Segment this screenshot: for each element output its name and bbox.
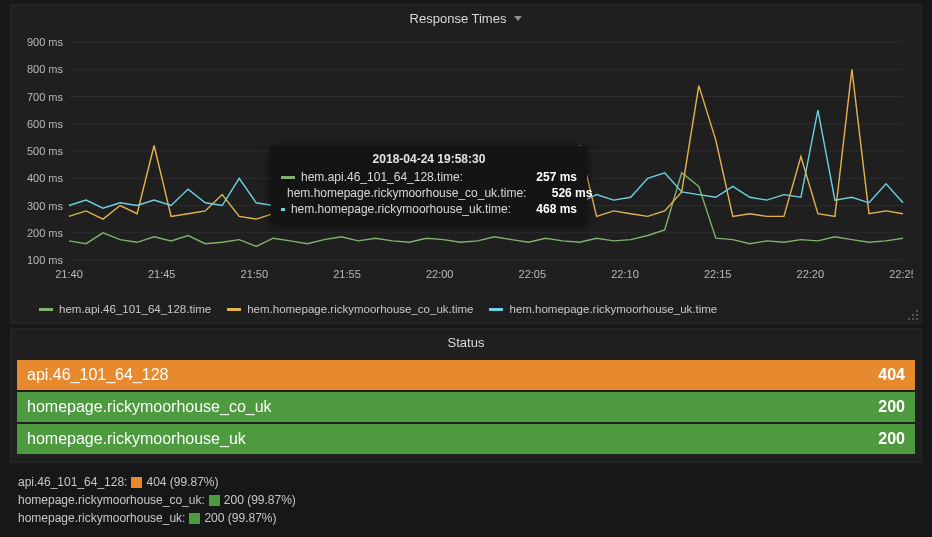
chart-legend: hem.api.46_101_64_128.time hem.homepage.… <box>11 297 921 323</box>
status-body: api.46_101_64_128 404 homepage.rickymoor… <box>11 354 921 462</box>
svg-text:22:00: 22:00 <box>426 268 454 280</box>
summary-tail: 404 (99.87%) <box>146 475 218 489</box>
svg-text:22:10: 22:10 <box>611 268 639 280</box>
panel-title-row[interactable]: Response Times <box>11 5 921 30</box>
tooltip-value: 257 ms <box>517 170 577 184</box>
legend-swatch <box>489 308 503 311</box>
tooltip-time: 2018-04-24 19:58:30 <box>281 152 577 166</box>
panel-title-text: Response Times <box>410 11 507 26</box>
svg-text:200 ms: 200 ms <box>27 227 64 239</box>
tooltip-label: hem.api.46_101_64_128.time: <box>301 170 511 184</box>
svg-text:600 ms: 600 ms <box>27 118 64 130</box>
summary-name: homepage.rickymoorhouse_co_uk: <box>18 493 205 507</box>
legend-label: hem.homepage.rickymoorhouse_uk.time <box>509 303 717 315</box>
status-name: api.46_101_64_128 <box>27 366 168 384</box>
svg-text:300 ms: 300 ms <box>27 200 64 212</box>
svg-text:21:45: 21:45 <box>148 268 176 280</box>
resize-handle-icon[interactable] <box>908 310 918 320</box>
status-value: 200 <box>878 430 905 448</box>
summary-tail: 200 (99.87%) <box>224 493 296 507</box>
status-bar[interactable]: api.46_101_64_128 404 <box>17 360 915 390</box>
status-color-icon <box>189 513 200 524</box>
svg-text:21:55: 21:55 <box>333 268 361 280</box>
svg-text:100 ms: 100 ms <box>27 254 64 266</box>
svg-text:22:25: 22:25 <box>889 268 913 280</box>
svg-text:700 ms: 700 ms <box>27 91 64 103</box>
svg-text:800 ms: 800 ms <box>27 63 64 75</box>
legend-swatch <box>227 308 241 311</box>
status-value: 404 <box>878 366 905 384</box>
tooltip-value: 526 ms <box>532 186 592 200</box>
status-panel: Status api.46_101_64_128 404 homepage.ri… <box>10 328 922 463</box>
panel-title-text: Status <box>448 335 485 350</box>
chevron-down-icon <box>514 16 522 21</box>
panel-title-row[interactable]: Status <box>11 329 921 354</box>
status-name: homepage.rickymoorhouse_co_uk <box>27 398 272 416</box>
summary-tail: 200 (99.87%) <box>204 511 276 525</box>
svg-text:22:05: 22:05 <box>519 268 547 280</box>
svg-text:900 ms: 900 ms <box>27 36 64 48</box>
status-value: 200 <box>878 398 905 416</box>
summary-name: homepage.rickymoorhouse_uk: <box>18 511 185 525</box>
legend-label: hem.homepage.rickymoorhouse_co_uk.time <box>247 303 473 315</box>
legend-item[interactable]: hem.homepage.rickymoorhouse_co_uk.time <box>227 303 473 315</box>
tooltip-row: hem.api.46_101_64_128.time: 257 ms <box>281 170 577 184</box>
legend-swatch <box>39 308 53 311</box>
tooltip-swatch <box>281 208 285 211</box>
svg-text:21:40: 21:40 <box>55 268 83 280</box>
status-color-icon <box>131 477 142 488</box>
tooltip-swatch <box>281 176 295 179</box>
chart-body[interactable]: 100 ms200 ms300 ms400 ms500 ms600 ms700 … <box>11 30 921 297</box>
svg-text:21:50: 21:50 <box>241 268 269 280</box>
svg-text:500 ms: 500 ms <box>27 145 64 157</box>
status-color-icon <box>209 495 220 506</box>
summary-row[interactable]: homepage.rickymoorhouse_uk: 200 (99.87%) <box>18 511 914 525</box>
legend-item[interactable]: hem.homepage.rickymoorhouse_uk.time <box>489 303 717 315</box>
summary-name: api.46_101_64_128: <box>18 475 127 489</box>
svg-text:400 ms: 400 ms <box>27 172 64 184</box>
tooltip-row: hem.homepage.rickymoorhouse_co_uk.time: … <box>281 186 577 200</box>
svg-text:22:15: 22:15 <box>704 268 732 280</box>
legend-item[interactable]: hem.api.46_101_64_128.time <box>39 303 211 315</box>
legend-label: hem.api.46_101_64_128.time <box>59 303 211 315</box>
tooltip-row: hem.homepage.rickymoorhouse_uk.time: 468… <box>281 202 577 216</box>
chart-tooltip: 2018-04-24 19:58:30 hem.api.46_101_64_12… <box>271 146 587 224</box>
summary-row[interactable]: api.46_101_64_128: 404 (99.87%) <box>18 475 914 489</box>
tooltip-label: hem.homepage.rickymoorhouse_co_uk.time: <box>287 186 526 200</box>
status-summary: api.46_101_64_128: 404 (99.87%) homepage… <box>0 467 932 537</box>
status-bar[interactable]: homepage.rickymoorhouse_uk 200 <box>17 424 915 454</box>
tooltip-value: 468 ms <box>517 202 577 216</box>
summary-row[interactable]: homepage.rickymoorhouse_co_uk: 200 (99.8… <box>18 493 914 507</box>
svg-text:22:20: 22:20 <box>797 268 825 280</box>
status-bar[interactable]: homepage.rickymoorhouse_co_uk 200 <box>17 392 915 422</box>
tooltip-label: hem.homepage.rickymoorhouse_uk.time: <box>291 202 511 216</box>
response-times-panel: Response Times 100 ms200 ms300 ms400 ms5… <box>10 4 922 324</box>
status-name: homepage.rickymoorhouse_uk <box>27 430 246 448</box>
